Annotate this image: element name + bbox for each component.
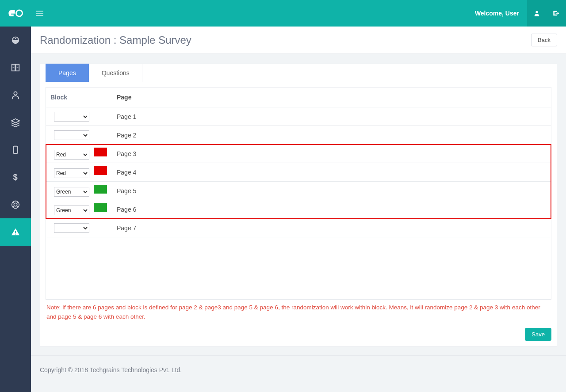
action-row: Save: [46, 328, 551, 341]
svg-point-17: [14, 203, 17, 206]
highlighted-block-group: RedGreenPage 3RedGreenPage 4RedGreenPage…: [46, 145, 551, 219]
card-panel: Pages Questions Block Page RedGreenPage …: [40, 64, 557, 346]
dollar-icon: $: [11, 172, 20, 182]
svg-rect-14: [13, 146, 17, 154]
svg-point-7: [17, 38, 18, 39]
grid-cell-block: RedGreen: [46, 223, 112, 233]
hamburger-icon: [36, 10, 43, 17]
user-icon: [533, 10, 540, 17]
grid-row: RedGreenPage 5: [46, 182, 551, 200]
col-header-page: Page: [112, 89, 551, 105]
sidebar-item-layers[interactable]: [0, 109, 31, 136]
svg-line-21: [17, 206, 18, 207]
grid-cell-block: RedGreen: [46, 130, 112, 140]
grid-row: RedGreenPage 6: [46, 200, 551, 219]
sidebar-item-support[interactable]: [0, 191, 31, 218]
grid-cell-page: Page 5: [112, 183, 551, 199]
warning-icon: [11, 227, 20, 237]
grid-row: RedGreenPage 2: [46, 126, 551, 145]
grid-cell-block: RedGreen: [46, 148, 112, 160]
grid-cell-page: Page 6: [112, 202, 551, 217]
svg-point-16: [12, 201, 19, 209]
tabs: Pages Questions: [46, 64, 551, 82]
color-swatch: [94, 185, 107, 194]
grid-cell-page: Page 3: [112, 146, 551, 162]
block-select[interactable]: RedGreen: [54, 206, 89, 215]
menu-toggle[interactable]: [31, 0, 49, 27]
block-select[interactable]: RedGreen: [54, 187, 89, 197]
svg-text:$: $: [13, 172, 18, 182]
layers-icon: [11, 118, 20, 127]
svg-rect-22: [15, 231, 16, 233]
svg-line-20: [13, 206, 15, 207]
svg-point-4: [535, 11, 538, 13]
sidebar-item-dashboard[interactable]: [0, 27, 31, 54]
tab-questions[interactable]: Questions: [89, 64, 142, 82]
book-icon: [11, 63, 20, 72]
block-select[interactable]: RedGreen: [54, 150, 89, 160]
color-swatch: [94, 203, 107, 212]
block-select[interactable]: RedGreen: [54, 223, 89, 233]
grid-empty-space: [46, 237, 551, 299]
svg-rect-23: [15, 234, 16, 235]
person-icon: [11, 90, 20, 100]
color-swatch: [94, 148, 107, 156]
svg-line-18: [13, 202, 15, 204]
block-select[interactable]: RedGreen: [54, 112, 89, 122]
grid-cell-block: RedGreen: [46, 166, 112, 178]
footer-copyright: Copyright © 2018 Techgrains Technologies…: [40, 366, 182, 373]
main-content: Randomization : Sample Survey Back Pages…: [31, 27, 566, 392]
col-header-block: Block: [46, 88, 112, 107]
go-logo-icon: [8, 9, 23, 17]
svg-rect-1: [36, 11, 43, 11]
gauge-icon: [11, 35, 20, 45]
tab-pages[interactable]: Pages: [46, 64, 89, 82]
randomization-grid: Block Page RedGreenPage 1RedGreenPage 2R…: [46, 87, 551, 300]
brand-logo: [0, 9, 31, 17]
sidebar-item-mobile[interactable]: [0, 136, 31, 164]
svg-point-0: [16, 10, 22, 16]
welcome-text: Welcome, User: [467, 10, 527, 17]
svg-point-5: [13, 38, 14, 39]
svg-point-13: [14, 92, 17, 95]
svg-rect-8: [15, 40, 16, 43]
sidebar: $: [0, 27, 31, 392]
svg-rect-2: [36, 13, 43, 13]
back-button[interactable]: Back: [531, 34, 557, 46]
grid-cell-page: Page 1: [112, 109, 551, 125]
svg-line-19: [17, 202, 18, 204]
svg-point-6: [15, 38, 16, 39]
grid-row: RedGreenPage 4: [46, 163, 551, 182]
sidebar-item-users[interactable]: [0, 81, 31, 109]
block-select[interactable]: RedGreen: [54, 130, 89, 140]
grid-header: Block Page: [46, 88, 551, 107]
sidebar-item-surveys[interactable]: [0, 54, 31, 81]
block-select[interactable]: RedGreen: [54, 168, 89, 178]
page-title: Randomization : Sample Survey: [40, 34, 531, 46]
grid-cell-block: RedGreen: [46, 203, 112, 215]
topbar: Welcome, User: [0, 0, 566, 27]
color-swatch: [94, 166, 107, 175]
logout-icon: [553, 10, 560, 17]
grid-row: RedGreenPage 3: [46, 145, 551, 163]
grid-row: RedGreenPage 7: [46, 219, 551, 237]
page-header: Randomization : Sample Survey Back: [31, 27, 566, 54]
logout-button[interactable]: [547, 0, 566, 27]
sidebar-item-billing[interactable]: $: [0, 164, 31, 191]
grid-cell-page: Page 2: [112, 127, 551, 143]
svg-rect-3: [36, 15, 43, 15]
grid-cell-block: RedGreen: [46, 112, 112, 122]
randomization-note: Note: If there are 6 pages and block is …: [46, 303, 551, 322]
lifebuoy-icon: [11, 200, 20, 209]
grid-cell-block: RedGreen: [46, 185, 112, 197]
footer: Copyright © 2018 Techgrains Technologies…: [31, 355, 566, 384]
mobile-icon: [11, 145, 20, 155]
grid-cell-page: Page 7: [112, 220, 551, 236]
save-button[interactable]: Save: [525, 328, 551, 341]
grid-body: RedGreenPage 1RedGreenPage 2RedGreenPage…: [46, 107, 551, 237]
grid-cell-page: Page 4: [112, 164, 551, 180]
user-menu[interactable]: [527, 0, 547, 27]
sidebar-item-alerts[interactable]: [0, 218, 31, 246]
grid-row: RedGreenPage 1: [46, 107, 551, 126]
